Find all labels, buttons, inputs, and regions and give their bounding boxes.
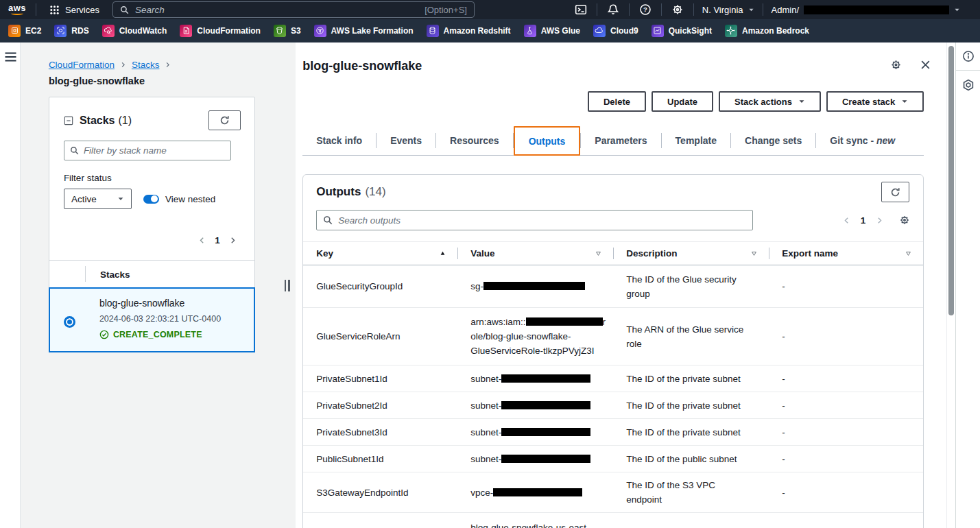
refresh-outputs-button[interactable]	[881, 182, 909, 202]
scrollbar-thumb[interactable]	[948, 46, 954, 315]
favorite-cloud9[interactable]: Cloud9	[593, 25, 638, 37]
outputs-title: Outputs	[316, 185, 361, 199]
radio-selected-icon[interactable]	[64, 316, 75, 328]
settings-icon[interactable]	[671, 3, 684, 16]
tab-change-sets[interactable]: Change sets	[731, 126, 815, 155]
favorite-aws-lake-formation[interactable]: AWS Lake Formation	[314, 25, 414, 37]
tab-stack-info[interactable]: Stack info	[302, 126, 376, 155]
favorite-aws-glue[interactable]: AWS Glue	[524, 25, 580, 37]
redacted-value	[501, 374, 590, 383]
output-key: PrivateSubnet3Id	[303, 419, 457, 445]
column-header-export-name[interactable]: Export name	[769, 242, 923, 265]
global-search-input[interactable]: Search [Option+S]	[112, 1, 475, 18]
next-page-icon[interactable]	[876, 216, 883, 225]
output-row: PublicSubnet1Idsubnet-The ID of the publ…	[303, 446, 923, 472]
amazon-q-icon[interactable]	[962, 79, 975, 91]
caret-down-icon	[798, 98, 805, 105]
column-header-value[interactable]: Value	[457, 242, 613, 265]
sort-inactive-icon[interactable]	[905, 250, 912, 257]
tab-events[interactable]: Events	[377, 126, 435, 155]
hamburger-menu-icon[interactable]	[5, 52, 16, 62]
close-icon[interactable]	[920, 59, 931, 71]
output-export-name: -	[769, 392, 923, 418]
top-navigation-bar: aws Services Search [Option+S] ? N. Virg…	[0, 0, 980, 19]
right-tool-rail	[955, 43, 980, 528]
detail-settings-icon[interactable]	[890, 59, 902, 71]
bedrock-icon	[725, 25, 737, 37]
output-key: GlueServiceRoleArn	[303, 308, 457, 365]
delete-button[interactable]: Delete	[588, 91, 646, 112]
help-icon[interactable]: ?	[639, 3, 652, 16]
breadcrumb-cloudformation[interactable]: CloudFormation	[49, 60, 115, 70]
redacted-value	[501, 401, 590, 409]
favorite-cloudformation[interactable]: CloudFormation	[180, 25, 261, 37]
create-stack-button[interactable]: Create stack	[826, 91, 924, 112]
update-button[interactable]: Update	[652, 91, 713, 112]
output-key: PrivateSubnet2Id	[303, 392, 457, 418]
favorite-cloudwatch[interactable]: CloudWatch	[102, 25, 167, 37]
services-grid-icon	[49, 5, 60, 15]
account-menu[interactable]: Admin/	[772, 5, 960, 15]
info-icon[interactable]	[962, 50, 975, 62]
services-menu[interactable]: Services	[36, 0, 105, 19]
column-header-key[interactable]: Key	[303, 242, 457, 265]
output-value: subnet-	[457, 446, 613, 472]
breadcrumb: CloudFormation Stacks	[49, 60, 296, 70]
favorite-ec2[interactable]: EC2	[8, 25, 41, 37]
output-row: GlueServiceRoleArnarn:aws:iam::role/blog…	[303, 308, 923, 365]
refresh-stacks-button[interactable]	[208, 110, 241, 130]
page-title: blog-glue-snowflake	[302, 59, 924, 73]
svg-text:?: ?	[643, 5, 647, 13]
output-key	[303, 513, 457, 528]
favorite-s3[interactable]: S3	[274, 25, 301, 37]
view-nested-toggle[interactable]	[143, 195, 159, 204]
output-key: GlueSecurityGroupId	[303, 265, 457, 307]
output-description: The ID of the private subnet	[613, 365, 769, 392]
previous-page-icon[interactable]	[198, 236, 206, 245]
favorite-amazon-bedrock[interactable]: Amazon Bedrock	[725, 25, 809, 37]
cloudwatch-icon	[102, 25, 115, 37]
output-key: S3GatewayEndpointId	[303, 472, 457, 512]
page-number[interactable]: 1	[215, 235, 220, 245]
stack-filter-input[interactable]: Filter by stack name	[64, 141, 231, 160]
page-number[interactable]: 1	[861, 215, 866, 226]
stacks-count: (1)	[118, 115, 132, 127]
status-filter-select[interactable]: Active	[64, 189, 132, 209]
previous-page-icon[interactable]	[843, 216, 850, 225]
tab-parameters[interactable]: Parameters	[581, 126, 660, 155]
tab-template[interactable]: Template	[662, 126, 730, 155]
outputs-search-input[interactable]: Search outputs	[316, 210, 753, 230]
next-page-icon[interactable]	[229, 236, 237, 245]
region-selector[interactable]: N. Virginia	[702, 5, 754, 15]
stack-created-date: 2024-06-03 22:03:21 UTC-0400	[99, 314, 254, 324]
panel-resize-handle[interactable]	[285, 280, 290, 291]
collapse-section-icon[interactable]	[64, 116, 73, 125]
stack-actions-button[interactable]: Stack actions	[719, 91, 821, 112]
redshift-icon	[427, 25, 439, 37]
cloudshell-icon[interactable]	[575, 3, 587, 16]
favorite-quicksight[interactable]: QuickSight	[652, 25, 712, 37]
stack-name[interactable]: blog-glue-snowflake	[99, 298, 254, 309]
aws-logo[interactable]: aws	[8, 4, 26, 15]
table-preferences-icon[interactable]	[899, 215, 910, 226]
breadcrumb-stacks[interactable]: Stacks	[132, 60, 160, 70]
caret-down-icon	[954, 7, 960, 13]
sort-inactive-icon[interactable]	[595, 250, 602, 257]
tab-outputs[interactable]: Outputs	[514, 126, 581, 156]
tab-git-sync[interactable]: Git sync - new	[816, 126, 909, 155]
vertical-scrollbar[interactable]	[946, 43, 955, 528]
sort-ascending-icon[interactable]	[439, 250, 446, 257]
notifications-icon[interactable]	[607, 3, 619, 16]
favorite-amazon-redshift[interactable]: Amazon Redshift	[427, 25, 511, 37]
chevron-right-icon	[165, 61, 171, 69]
stacks-pagination: 1	[49, 209, 254, 260]
output-value: vpce-	[457, 472, 613, 512]
column-header-description[interactable]: Description	[613, 242, 769, 265]
sort-inactive-icon[interactable]	[750, 250, 758, 257]
outputs-panel: Outputs (14) Search outputs 1 KeyValueDe…	[302, 174, 924, 528]
tab-resources[interactable]: Resources	[436, 126, 513, 155]
rds-icon	[54, 25, 67, 37]
stack-list-item-selected[interactable]: blog-glue-snowflake 2024-06-03 22:03:21 …	[49, 287, 255, 352]
favorite-rds[interactable]: RDS	[54, 25, 88, 37]
redacted-value	[501, 455, 590, 463]
